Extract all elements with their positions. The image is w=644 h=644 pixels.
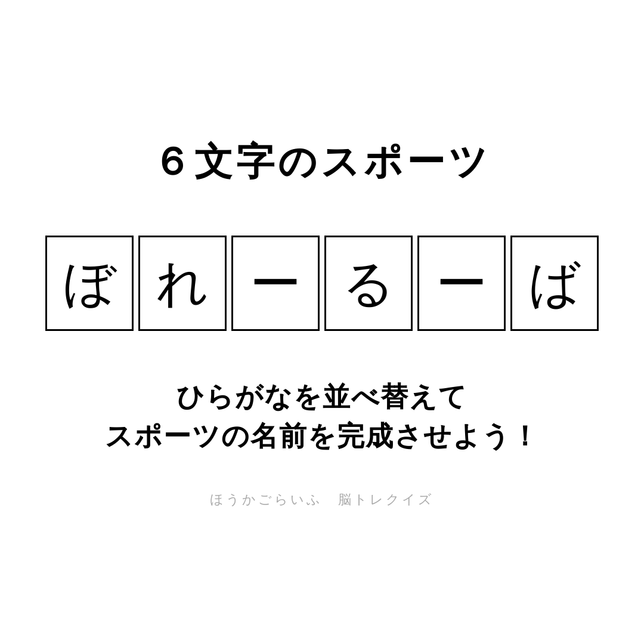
- tile-5: ば: [510, 236, 599, 331]
- tiles-row: ぼれーるーば: [45, 236, 599, 331]
- tile-char-5: ば: [528, 258, 581, 309]
- page-container: ６文字のスポーツ ぼれーるーば ひらがなを並べ替えて スポーツの名前を完成させよ…: [0, 0, 644, 644]
- tile-2: ー: [231, 236, 320, 331]
- tile-char-1: れ: [156, 258, 209, 309]
- tile-3: る: [324, 236, 413, 331]
- instruction-line-1: ひらがなを並べ替えて: [177, 379, 467, 416]
- tile-char-0: ぼ: [63, 258, 116, 309]
- tile-0: ぼ: [45, 236, 134, 331]
- tile-1: れ: [138, 236, 227, 331]
- tile-char-4: ー: [436, 258, 487, 309]
- tile-4: ー: [417, 236, 506, 331]
- tile-char-2: ー: [250, 258, 301, 309]
- footer-text: ほうかごらいふ 脳トレクイズ: [210, 491, 434, 509]
- tile-char-3: る: [342, 258, 395, 309]
- page-title: ６文字のスポーツ: [153, 136, 491, 188]
- instruction-block: ひらがなを並べ替えて スポーツの名前を完成させよう！: [105, 379, 540, 455]
- instruction-line-2: スポーツの名前を完成させよう！: [105, 418, 540, 455]
